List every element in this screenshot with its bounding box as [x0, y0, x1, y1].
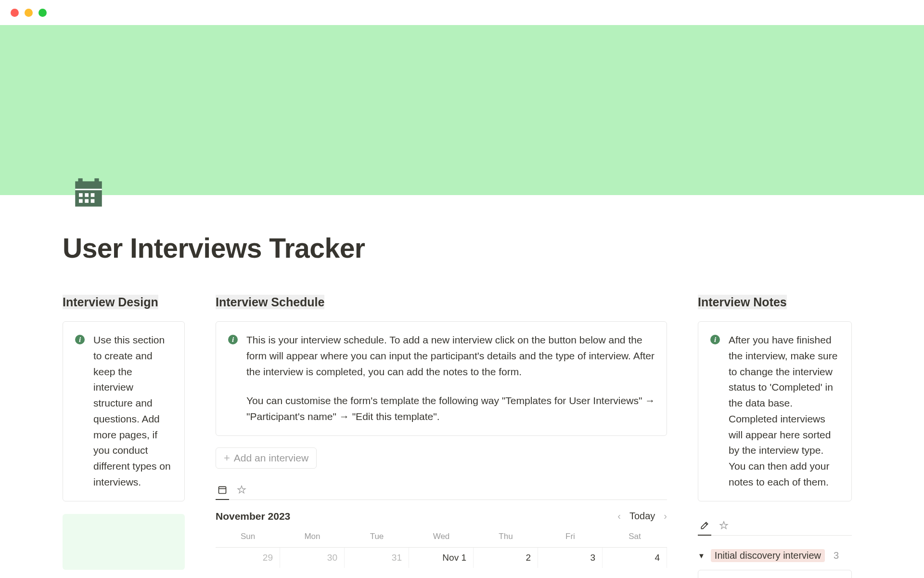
window-maximize-icon[interactable]	[38, 9, 47, 17]
callout-notes[interactable]: i After you have finished the interview,…	[698, 321, 852, 501]
date-cell[interactable]: 2	[474, 548, 538, 568]
weekday: Thu	[474, 532, 538, 547]
group-header[interactable]: ▼ Initial discovery interview 3	[698, 549, 852, 562]
design-page-thumbnail[interactable]	[63, 514, 185, 570]
edit-icon	[700, 521, 709, 530]
svg-rect-4	[79, 193, 83, 197]
view-tab-favorites[interactable]	[717, 518, 731, 535]
weekday: Sat	[603, 532, 667, 547]
star-icon	[237, 485, 246, 495]
calendar-header: November 2023 ‹ Today ›	[216, 511, 667, 522]
svg-rect-14	[219, 486, 226, 493]
weekday: Tue	[345, 532, 409, 547]
column-interview-schedule: Interview Schedule i This is your interv…	[216, 294, 667, 578]
column-interview-notes: Interview Notes i After you have finishe…	[698, 294, 852, 578]
callout-text: Use this section to create and keep the …	[93, 332, 174, 490]
svg-rect-9	[91, 199, 95, 203]
weekday: Wed	[409, 532, 474, 547]
callout-design[interactable]: i Use this section to create and keep th…	[63, 321, 185, 501]
page-icon[interactable]	[69, 172, 108, 211]
weekday: Sun	[216, 532, 280, 547]
date-cell[interactable]: 4	[603, 548, 667, 568]
calendar-today-button[interactable]: Today	[629, 511, 655, 522]
view-tab-favorites[interactable]	[235, 482, 248, 499]
date-cell[interactable]: Nov 1	[409, 548, 474, 568]
star-icon	[719, 521, 729, 530]
date-cell[interactable]: 3	[538, 548, 603, 568]
calendar-month[interactable]: November 2023	[216, 511, 290, 522]
section-heading-notes[interactable]: Interview Notes	[698, 295, 787, 309]
info-icon: i	[74, 333, 86, 346]
caret-down-icon: ▼	[698, 552, 705, 560]
date-cell[interactable]: 31	[345, 548, 409, 568]
callout-schedule[interactable]: i This is your interview schedule. To ad…	[216, 321, 667, 436]
add-interview-button[interactable]: + Add an interview	[216, 447, 317, 469]
svg-rect-8	[85, 199, 89, 203]
window-minimize-icon[interactable]	[25, 9, 33, 17]
callout-text: This is your interview schedule. To add …	[246, 332, 656, 425]
callout-text: After you have finished the interview, m…	[729, 332, 841, 490]
calendar-icon	[71, 174, 106, 210]
info-icon: i	[227, 333, 239, 346]
svg-rect-7	[79, 199, 83, 203]
weekday: Mon	[280, 532, 345, 547]
svg-rect-2	[78, 178, 82, 184]
window-titlebar	[0, 0, 924, 25]
plus-icon: +	[224, 452, 230, 464]
svg-rect-1	[75, 189, 102, 190]
group-tag: Initial discovery interview	[711, 549, 825, 562]
notes-view-tabs	[698, 518, 852, 536]
date-cell[interactable]: 29	[216, 548, 280, 568]
page-cover[interactable]	[0, 25, 924, 195]
svg-rect-6	[91, 193, 95, 197]
info-icon: i	[709, 333, 721, 346]
section-heading-schedule[interactable]: Interview Schedule	[216, 295, 324, 309]
database-view-tabs	[216, 482, 667, 500]
calendar-next-button[interactable]: ›	[664, 511, 667, 522]
date-cell[interactable]: 30	[280, 548, 345, 568]
calendar-weekdays: Sun Mon Tue Wed Thu Fri Sat	[216, 532, 667, 548]
page-title[interactable]: User Interviews Tracker	[63, 232, 861, 264]
calendar-view-icon	[218, 485, 227, 495]
calendar-week-row: 29 30 31 Nov 1 2 3 4	[216, 548, 667, 568]
weekday: Fri	[538, 532, 603, 547]
svg-rect-5	[85, 193, 89, 197]
window-close-icon[interactable]	[11, 9, 19, 17]
column-interview-design: Interview Design i Use this section to c…	[63, 294, 185, 578]
view-tab-edit[interactable]	[698, 518, 711, 535]
calendar-prev-button[interactable]: ‹	[617, 511, 621, 522]
add-button-label: Add an interview	[234, 452, 308, 464]
group-count: 3	[834, 550, 839, 561]
interview-note-card[interactable]: Laura Mason	[698, 570, 852, 578]
section-heading-design[interactable]: Interview Design	[63, 295, 158, 309]
view-tab-calendar[interactable]	[216, 482, 229, 499]
svg-rect-3	[94, 178, 99, 184]
